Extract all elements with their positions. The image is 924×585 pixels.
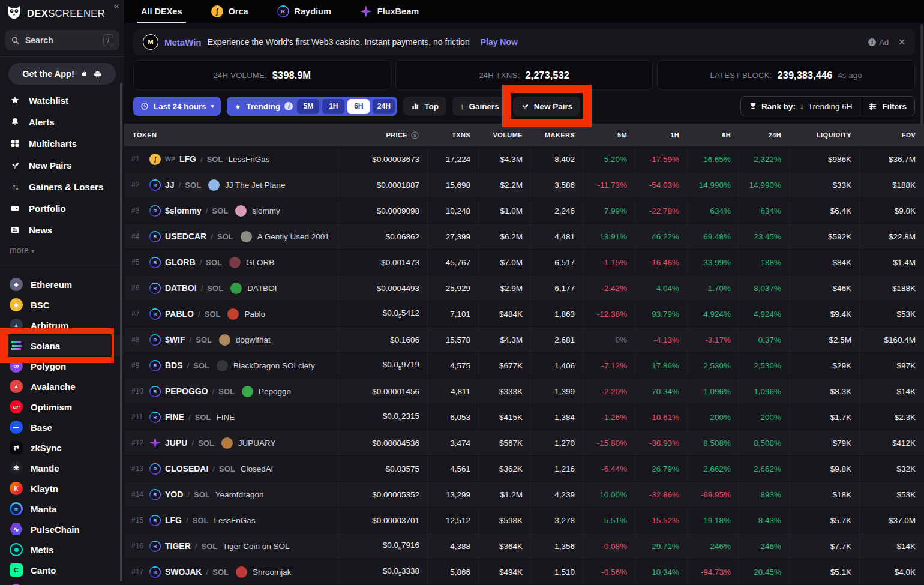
chain-label: Mantle: [31, 463, 59, 473]
table-row-closedai[interactable]: #13 R CLOSEDAI / SOL ClosedAi $0.03575 4…: [124, 456, 924, 482]
change-1h-cell: -16.46%: [635, 250, 687, 275]
top-button[interactable]: Top: [403, 97, 446, 116]
column-header-fdv[interactable]: FDV: [859, 131, 923, 139]
price-cell: $0.001473: [338, 250, 427, 275]
sidebar-chain-optimism[interactable]: Optimism: [0, 397, 124, 417]
sidebar-item-new-pairs[interactable]: New Pairs: [0, 154, 124, 176]
token-cell: #7 R PABLO / SOL Pablo: [124, 301, 338, 326]
table-row-datboi[interactable]: #6 R DATBOI / SOL DATBOI $0.0004493 25,9…: [124, 275, 924, 301]
sidebar-chain-arbitrum[interactable]: Arbitrum: [0, 315, 124, 335]
token-symbol: USEDCAR: [165, 232, 206, 241]
change-1h-cell: 26.79%: [635, 456, 687, 481]
collapse-sidebar-icon[interactable]: «: [114, 0, 119, 12]
token-name: GLORB: [246, 258, 274, 267]
tab-all-dexes[interactable]: All DEXes: [141, 0, 182, 23]
price-cell: $0.052315: [338, 404, 427, 430]
table-row-fine[interactable]: #11 R FINE / SOL FINE $0.052315 6,053 $4…: [124, 404, 924, 430]
ad-play-now-link[interactable]: Play Now: [481, 37, 518, 47]
sidebar-chain-solana[interactable]: Solana: [0, 335, 124, 356]
column-header-1h[interactable]: 1H: [635, 131, 687, 139]
sidebar-chain-metis[interactable]: Metis: [0, 539, 124, 560]
change-24h-cell: 200%: [739, 404, 789, 430]
table-row-yod[interactable]: #14 R YOD / SOL Yearofdragon $0.00005352…: [124, 482, 924, 508]
column-header-volume[interactable]: VOLUME: [478, 131, 530, 139]
sidebar-item-gainers-losers[interactable]: ↑↓Gainers & Losers: [0, 176, 124, 197]
nav-label: New Pairs: [29, 160, 72, 170]
column-header-liquidity[interactable]: LIQUIDITY: [789, 131, 859, 139]
table-row-pablo[interactable]: #7 R PABLO / SOL Pablo $0.055412 7,101 $…: [124, 301, 924, 327]
table-row-wif[interactable]: #8 R $WIF / SOL dogwifhat $0.1606 15,578…: [124, 327, 924, 353]
timeframe-chip-6h[interactable]: 6H: [347, 99, 370, 114]
column-header-price[interactable]: PRICE$: [338, 131, 427, 140]
timeframe-chip-24h[interactable]: 24H: [373, 99, 395, 114]
sidebar-chain-avalanche[interactable]: Avalanche: [0, 376, 124, 397]
table-row-bds[interactable]: #9 R BDS / SOL BlackDragon SOLciety $0.0…: [124, 353, 924, 379]
token-cell: #16 R TIGER / SOL Tiger Coin on SOL: [124, 533, 338, 559]
column-header-5m[interactable]: 5M: [583, 131, 635, 139]
filters-button[interactable]: Filters: [860, 97, 914, 116]
page-scrollbar[interactable]: [920, 24, 923, 126]
tab-fluxbeam[interactable]: FluxBeam: [360, 0, 419, 23]
sidebar-item-watchlist[interactable]: Watchlist: [0, 89, 124, 111]
tab-raydium[interactable]: RRaydium: [277, 0, 331, 23]
column-header-token[interactable]: TOKEN: [124, 131, 338, 139]
more-button[interactable]: more▾: [0, 241, 124, 260]
dexscreener-logo-icon: [6, 4, 22, 23]
table-row-slommy[interactable]: #3 R $slommy / SOL slommy $0.0009098 10,…: [124, 198, 924, 224]
time-range-button[interactable]: Last 24 hours ▾: [133, 97, 221, 116]
bell-icon: [10, 117, 20, 127]
token-name: JJ The Jet Plane: [225, 181, 285, 190]
sidebar-chain-bsc[interactable]: BSC: [0, 295, 124, 315]
timeframe-chip-5m[interactable]: 5M: [297, 99, 319, 114]
table-row-lfg[interactable]: #1 ʃ WP LFG / SOL LessFnGas $0.00003673 …: [124, 146, 924, 172]
nav-label: Watchlist: [29, 95, 68, 106]
table-row-tiger[interactable]: #16 R TIGER / SOL Tiger Coin on SOL $0.0…: [124, 533, 924, 559]
table-row-swojak[interactable]: #17 R SWOJAK / SOL Shroomjak $0.053338 5…: [124, 559, 924, 585]
table-row-pepoggo[interactable]: #10 R PEPOGGO / SOL Pepoggo $0.00001456 …: [124, 379, 924, 404]
sidebar-item-portfolio[interactable]: Portfolio: [0, 197, 124, 219]
table-row-glorb[interactable]: #5 R GLORB / SOL GLORB $0.001473 45,767 …: [124, 250, 924, 275]
sidebar-chain-base[interactable]: Base: [0, 417, 124, 437]
sidebar-item-news[interactable]: News: [0, 219, 124, 241]
sidebar-chain-manta[interactable]: Manta: [0, 499, 124, 519]
sidebar-item-alerts[interactable]: Alerts: [0, 111, 124, 133]
get-app-button[interactable]: Get the App!: [8, 63, 116, 85]
new-pairs-button[interactable]: New Pairs: [513, 97, 581, 116]
info-icon: i: [284, 102, 293, 110]
sidebar-chain-polygon[interactable]: Polygon: [0, 356, 124, 376]
sidebar-chain-ethereum[interactable]: Ethereum: [0, 274, 124, 295]
rank-by-button[interactable]: Rank by: ↓ Trending 6H: [741, 97, 861, 116]
table-row-lfg[interactable]: #15 R LFG / SOL LessFnGas $0.00003701 12…: [124, 508, 924, 533]
column-header-24h[interactable]: 24H: [739, 131, 789, 139]
change-1h-cell: 46.22%: [635, 224, 687, 249]
nav-label: News: [29, 225, 52, 235]
fdv-cell: $22.8M: [859, 224, 923, 249]
column-header-6h[interactable]: 6H: [687, 131, 739, 139]
sidebar-item-multicharts[interactable]: Multicharts: [0, 133, 124, 154]
sidebar-chain-mantle[interactable]: Mantle: [0, 458, 124, 478]
search-input[interactable]: Search /: [5, 30, 119, 50]
table-row-usedcar[interactable]: #4 R USEDCAR / SOL A Gently Used 2001 Ho…: [124, 224, 924, 250]
gainers-button[interactable]: ↑ Gainers: [452, 97, 507, 116]
column-header-txns[interactable]: TXNS: [427, 131, 478, 139]
close-icon[interactable]: ✕: [898, 37, 905, 47]
change-24h-cell: 893%: [739, 482, 789, 507]
stats-bar: 24H VOLUME: $398.9M 24H TXNS: 2,273,532 …: [133, 60, 915, 90]
sidebar-chain-pulsechain[interactable]: PulseChain: [0, 519, 124, 539]
sidebar-chain-zksync[interactable]: zkSync: [0, 437, 124, 458]
chain-label: Canto: [31, 565, 56, 575]
sidebar-scrollbar[interactable]: [120, 83, 122, 581]
rank: #3: [131, 206, 145, 215]
trending-toggle-group[interactable]: Trending i 5M1H6H24H: [227, 97, 397, 116]
sidebar-chain-canto[interactable]: Canto: [0, 560, 124, 580]
table-row-jj[interactable]: #2 R JJ / SOL JJ The Jet Plane $0.000188…: [124, 172, 924, 198]
makers-cell: 1,356: [530, 533, 583, 559]
sidebar-chain-osmosis[interactable]: Osmosis: [0, 580, 124, 585]
table-row-jupu[interactable]: #12 JUPU / SOL JUPUARY $0.00004536 3,474…: [124, 430, 924, 456]
liquidity-cell: $9.4K: [789, 301, 859, 326]
timeframe-chip-1h[interactable]: 1H: [322, 99, 344, 114]
sidebar-chain-klaytn[interactable]: Klaytn: [0, 478, 124, 499]
price-cell: $0.00003673: [338, 146, 427, 172]
tab-orca[interactable]: ʃOrca: [211, 0, 248, 23]
column-header-makers[interactable]: MAKERS: [530, 131, 583, 139]
